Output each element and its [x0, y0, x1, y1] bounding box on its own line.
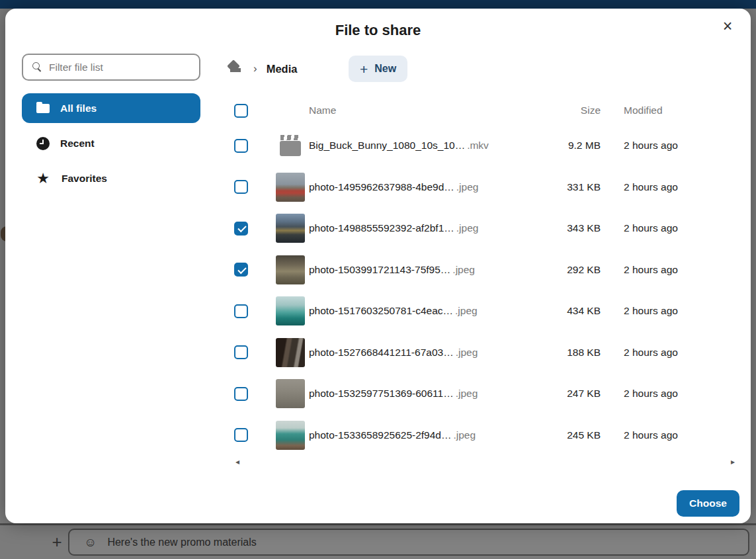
choose-button[interactable]: Choose [677, 490, 739, 517]
file-size: 434 KB [567, 305, 601, 316]
sidebar: All filesRecent★Favorites [22, 93, 200, 193]
file-thumbnail [276, 421, 305, 450]
file-extension: .jpeg [456, 347, 478, 359]
file-modified: 2 hours ago [624, 347, 678, 358]
file-list: Big_Buck_Bunny_1080_10s_10… .mkv 9.2 MB … [234, 125, 737, 456]
top-navbar [0, 0, 756, 9]
file-row[interactable]: photo-1517603250781-c4eac… .jpeg 434 KB … [234, 290, 737, 332]
file-picker-dialog: File to share × Filter file list › Media… [5, 9, 751, 523]
dialog-title: File to share [5, 22, 751, 39]
sidebar-item-favorites[interactable]: ★Favorites [22, 163, 200, 193]
chevron-right-icon: › [253, 62, 257, 75]
file-row[interactable]: photo-1498855592392-af2bf1… .jpeg 343 KB… [234, 208, 737, 249]
file-modified: 2 hours ago [624, 264, 678, 275]
file-row[interactable]: photo-1527668441211-67a03… .jpeg 188 KB … [234, 332, 737, 374]
file-extension: .jpeg [456, 181, 479, 193]
file-size: 188 KB [567, 347, 601, 358]
breadcrumb-current-folder[interactable]: Media [267, 63, 298, 75]
file-modified: 2 hours ago [624, 388, 678, 399]
file-checkbox[interactable] [234, 263, 248, 277]
file-extension: .mkv [467, 140, 489, 151]
close-icon[interactable]: × [716, 15, 739, 38]
file-modified: 2 hours ago [624, 222, 678, 234]
search-icon [32, 62, 43, 73]
file-modified: 2 hours ago [624, 429, 678, 441]
file-name: Big_Buck_Bunny_1080_10s_10… [309, 140, 465, 151]
file-row[interactable]: Big_Buck_Bunny_1080_10s_10… .mkv 9.2 MB … [234, 125, 737, 167]
file-extension: .jpeg [455, 305, 478, 317]
file-row[interactable]: photo-1495962637988-4be9d… .jpeg 331 KB … [234, 167, 737, 208]
file-checkbox[interactable] [234, 180, 248, 194]
file-thumbnail [276, 131, 305, 160]
sidebar-item-recent[interactable]: Recent [22, 128, 200, 158]
scroll-left-icon[interactable]: ◂ [235, 457, 239, 466]
chat-message-bar: + ☺ Here's the new promo materials [0, 523, 756, 559]
file-table: Name Size Modified Big_Buck_Bunny_1080_1… [234, 96, 737, 456]
file-name: photo-1495962637988-4be9d… [309, 181, 454, 193]
file-extension: .jpeg [456, 388, 478, 400]
file-row[interactable]: photo-1503991721143-75f95… .jpeg 292 KB … [234, 249, 737, 291]
horizontal-scrollbar: ◂ ▸ [234, 457, 737, 468]
file-checkbox[interactable] [234, 222, 248, 236]
sidebar-item-label: All files [60, 103, 97, 114]
folder-icon [36, 104, 50, 113]
new-button-label: New [374, 63, 396, 75]
file-modified: 2 hours ago [624, 305, 678, 316]
select-all-checkbox[interactable] [234, 104, 248, 118]
file-name: photo-1533658925625-2f94d… [309, 429, 451, 441]
sidebar-item-all-files[interactable]: All files [22, 93, 200, 123]
file-checkbox[interactable] [234, 428, 248, 442]
file-name: photo-1517603250781-c4eac… [309, 305, 453, 317]
file-modified: 2 hours ago [624, 181, 678, 193]
file-checkbox[interactable] [234, 139, 248, 153]
file-size: 245 KB [567, 429, 601, 441]
file-row[interactable]: photo-1533658925625-2f94d… .jpeg 245 KB … [234, 415, 737, 456]
plus-icon: + [360, 62, 368, 76]
file-size: 247 KB [567, 388, 601, 399]
emoji-picker-icon: ☺ [84, 536, 97, 548]
file-thumbnail [276, 338, 305, 367]
file-size: 292 KB [567, 264, 601, 275]
file-thumbnail [276, 255, 305, 284]
chat-attach-button: + [46, 529, 67, 556]
file-size: 331 KB [567, 181, 601, 193]
column-header-modified[interactable]: Modified [624, 105, 663, 116]
file-modified: 2 hours ago [624, 140, 678, 151]
file-thumbnail [276, 379, 305, 408]
file-thumbnail [276, 296, 305, 325]
file-extension: .jpeg [456, 222, 479, 234]
sidebar-item-label: Recent [60, 138, 95, 150]
table-header: Name Size Modified [234, 96, 737, 125]
file-thumbnail [276, 173, 305, 202]
filter-input[interactable]: Filter file list [22, 54, 200, 81]
file-name: photo-1503991721143-75f95… [309, 264, 450, 276]
file-name: photo-1498855592392-af2bf1… [309, 222, 454, 234]
file-row[interactable]: photo-1532597751369-60611… .jpeg 247 KB … [234, 373, 737, 415]
column-header-size[interactable]: Size [581, 105, 601, 116]
file-checkbox[interactable] [234, 345, 248, 359]
new-button[interactable]: + New [349, 56, 407, 82]
column-header-name[interactable]: Name [309, 105, 336, 116]
file-checkbox[interactable] [234, 304, 248, 318]
file-name: photo-1527668441211-67a03… [309, 347, 454, 359]
file-size: 343 KB [567, 222, 601, 234]
file-name: photo-1532597751369-60611… [309, 388, 454, 400]
file-extension: .jpeg [452, 264, 475, 276]
breadcrumb: › Media [228, 56, 297, 82]
file-checkbox[interactable] [234, 387, 248, 401]
file-size: 9.2 MB [568, 140, 601, 151]
file-thumbnail [276, 214, 305, 243]
sidebar-item-label: Favorites [62, 173, 107, 185]
star-icon: ★ [35, 171, 51, 186]
home-icon[interactable] [228, 62, 243, 75]
chat-message-text: Here's the new promo materials [107, 537, 256, 548]
chat-message-input: ☺ Here's the new promo materials [68, 529, 749, 556]
filter-placeholder: Filter file list [49, 62, 103, 73]
file-extension: .jpeg [453, 429, 476, 441]
clock-icon [36, 137, 50, 150]
scroll-right-icon[interactable]: ▸ [731, 457, 735, 466]
